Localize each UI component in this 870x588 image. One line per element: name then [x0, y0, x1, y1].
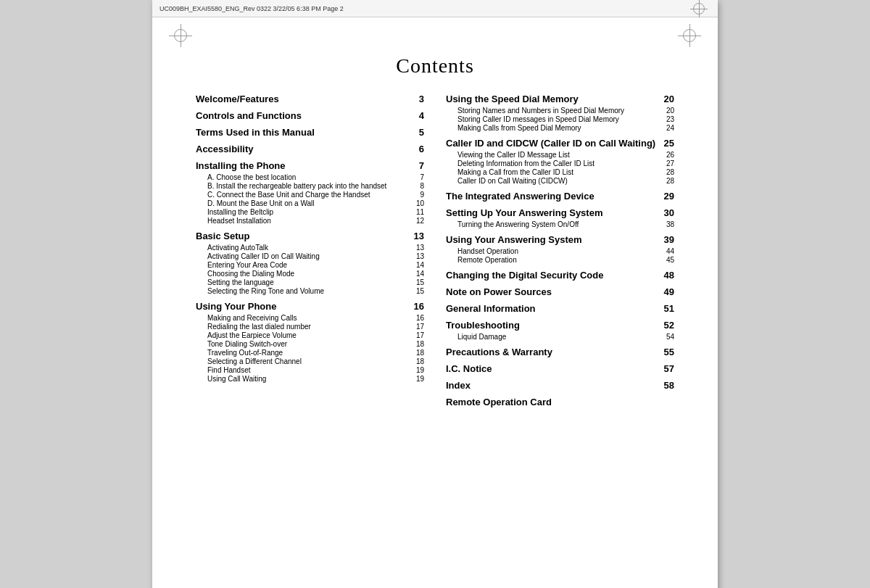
toc-section: Index58 [446, 380, 674, 391]
toc-main-page: 20 [664, 94, 674, 104]
toc-sub-page: 38 [666, 220, 674, 228]
toc-main-entry: Basic Setup13 [196, 231, 424, 241]
toc-sub-page: 20 [666, 107, 674, 115]
toc-main-entry: I.C. Notice57 [446, 363, 674, 374]
toc-section: Using Your Answering System39Handset Ope… [446, 234, 674, 264]
toc-sub-page: 13 [416, 252, 424, 260]
toc-main-page: 49 [664, 286, 674, 297]
toc-sub-page: 18 [416, 357, 424, 365]
toc-sub-page: 9 [420, 191, 424, 199]
toc-sub-page: 27 [666, 160, 674, 167]
toc-sub-page: 17 [416, 331, 424, 339]
toc-sub-entry: Turning the Answering System On/Off38 [446, 220, 674, 228]
toc-main-page: 51 [664, 303, 674, 314]
toc-main-page: 52 [664, 320, 674, 331]
toc-sub-title: Storing Names and Numbers in Speed Dial … [457, 107, 624, 115]
toc-sub-entry: Activating AutoTalk13 [196, 244, 424, 252]
toc-sub-entry: Remote Operation45 [446, 256, 674, 264]
toc-sub-entry: B. Install the rechargeable battery pack… [196, 182, 424, 190]
toc-columns: Welcome/Features3Controls and Functions4… [196, 94, 674, 413]
toc-main-title: Remote Operation Card [446, 397, 552, 407]
toc-main-page: 39 [664, 234, 674, 245]
toc-sub-page: 7 [420, 173, 424, 181]
toc-sub-title: Adjust the Earpiece Volume [207, 331, 297, 339]
toc-sub-title: Turning the Answering System On/Off [457, 220, 579, 228]
toc-sub-title: Installing the Beltclip [207, 208, 273, 216]
toc-sub-page: 18 [416, 349, 424, 357]
toc-main-entry: Terms Used in this Manual5 [196, 127, 424, 138]
toc-section: I.C. Notice57 [446, 363, 674, 374]
toc-sub-entry: Entering Your Area Code14 [196, 261, 424, 269]
toc-main-entry: Setting Up Your Answering System30 [446, 207, 674, 218]
toc-sub-title: Viewing the Caller ID Message List [457, 151, 570, 159]
toc-sub-title: Redialing the last dialed number [207, 323, 311, 331]
toc-section: Installing the Phone7A. Choose the best … [196, 160, 424, 225]
toc-sub-entry: Adjust the Earpiece Volume17 [196, 331, 424, 339]
toc-sub-entry: Viewing the Caller ID Message List26 [446, 151, 674, 159]
toc-main-entry: Index58 [446, 380, 674, 391]
toc-sub-entry: D. Mount the Base Unit on a Wall10 [196, 199, 424, 207]
toc-section: Using Your Phone16Making and Receiving C… [196, 301, 424, 383]
toc-main-page: 57 [664, 363, 674, 374]
toc-main-page: 4 [419, 110, 424, 121]
header-text: UC009BH_EXAI5580_ENG_Rev 0322 3/22/05 6:… [160, 5, 687, 12]
toc-sub-page: 14 [416, 270, 424, 278]
toc-sub-title: Remote Operation [457, 256, 517, 264]
toc-sub-entry: Deleting Information from the Caller ID … [446, 160, 674, 167]
toc-sub-title: Liquid Damage [457, 333, 506, 341]
toc-section: Setting Up Your Answering System30Turnin… [446, 207, 674, 228]
toc-sub-entry: Making a Call from the Caller ID List28 [446, 168, 674, 176]
toc-sub-title: Storing Caller ID messages in Speed Dial… [457, 115, 619, 123]
toc-sub-entry: Caller ID on Call Waiting (CIDCW)28 [446, 177, 674, 185]
toc-sub-entry: Redialing the last dialed number17 [196, 323, 424, 331]
toc-sub-page: 19 [416, 366, 424, 374]
toc-main-entry: The Integrated Answering Device29 [446, 191, 674, 202]
toc-main-title: Precautions & Warranty [446, 347, 552, 357]
toc-section: Using the Speed Dial Memory20Storing Nam… [446, 94, 674, 132]
toc-main-title: The Integrated Answering Device [446, 191, 594, 202]
toc-sub-page: 23 [666, 115, 674, 123]
toc-sub-page: 11 [416, 208, 424, 216]
toc-sub-title: D. Mount the Base Unit on a Wall [207, 199, 314, 207]
toc-sub-page: 18 [416, 340, 424, 348]
toc-main-entry: Troubleshooting52 [446, 320, 674, 331]
toc-main-entry: Precautions & Warranty55 [446, 347, 674, 357]
toc-main-entry: Caller ID and CIDCW (Caller ID on Call W… [446, 138, 674, 149]
toc-main-entry: Installing the Phone7 [196, 160, 424, 171]
toc-sub-title: Handset Operation [457, 247, 518, 255]
toc-sub-title: Activating Caller ID on Call Waiting [207, 252, 320, 260]
toc-sub-title: Using Call Waiting [207, 375, 266, 383]
toc-section: Note on Power Sources49 [446, 286, 674, 297]
toc-main-title: Welcome/Features [196, 94, 279, 104]
toc-main-page: 3 [419, 94, 424, 104]
toc-sub-entry: Installing the Beltclip11 [196, 208, 424, 216]
toc-sub-entry: Making and Receiving Calls16 [196, 314, 424, 322]
toc-sub-entry: Tone Dialing Switch-over18 [196, 340, 424, 348]
toc-main-title: Note on Power Sources [446, 286, 552, 297]
toc-section: Changing the Digital Security Code48 [446, 270, 674, 281]
toc-main-entry: Using Your Phone16 [196, 301, 424, 312]
toc-main-page: 55 [664, 347, 674, 357]
toc-main-page: 13 [414, 231, 424, 241]
toc-sub-page: 13 [416, 244, 424, 252]
toc-sub-page: 15 [416, 278, 424, 286]
toc-main-entry: Welcome/Features3 [196, 94, 424, 104]
toc-section: Controls and Functions4 [196, 110, 424, 121]
toc-sub-entry: Setting the language15 [196, 278, 424, 286]
toc-section: Accessibility6 [196, 144, 424, 154]
toc-sub-page: 24 [666, 124, 674, 132]
toc-main-title: Changing the Digital Security Code [446, 270, 603, 281]
toc-sub-entry: C. Connect the Base Unit and Charge the … [196, 191, 424, 199]
toc-main-entry: Accessibility6 [196, 144, 424, 154]
toc-main-title: Setting Up Your Answering System [446, 207, 602, 218]
toc-sub-title: Tone Dialing Switch-over [207, 340, 287, 348]
toc-sub-title: Find Handset [207, 366, 250, 374]
toc-main-entry: Note on Power Sources49 [446, 286, 674, 297]
toc-sub-entry: Find Handset19 [196, 366, 424, 374]
toc-section: Troubleshooting52Liquid Damage54 [446, 320, 674, 341]
toc-main-title: Troubleshooting [446, 320, 520, 331]
toc-sub-page: 45 [666, 256, 674, 264]
toc-sub-title: Selecting a Different Channel [207, 357, 302, 365]
toc-sub-title: Deleting Information from the Caller ID … [457, 160, 594, 167]
toc-sub-page: 26 [666, 151, 674, 159]
